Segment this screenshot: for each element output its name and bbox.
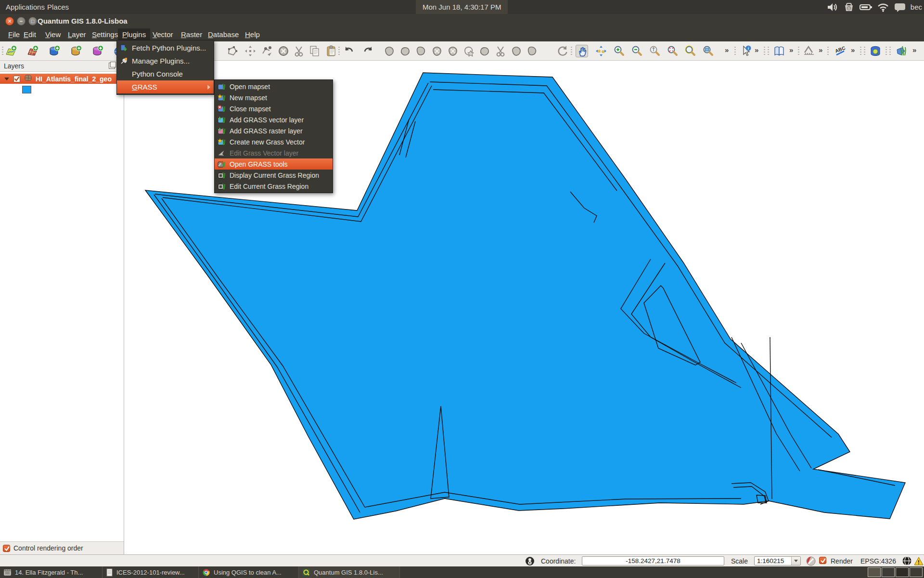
toolbar-grip[interactable] [2, 47, 3, 55]
panel-restore-icon[interactable] [109, 63, 115, 69]
copy-features-icon[interactable] [308, 45, 321, 57]
taskbar-window-3[interactable]: Using QGIS to clean A... [199, 566, 299, 578]
toolbar-grip[interactable] [864, 47, 865, 55]
close-button[interactable]: ✕ [5, 17, 14, 26]
delete-selected-icon[interactable] [277, 45, 290, 57]
zoom-in-icon[interactable] [613, 45, 626, 57]
zoom-out-icon[interactable] [631, 45, 643, 57]
identify-features-icon[interactable]: i [740, 45, 752, 57]
toolbar-grip[interactable] [338, 47, 340, 55]
plugins-menu-item-manage-plugins[interactable]: Manage Plugins... [117, 54, 214, 67]
grass-menu-item-create-new-grass-vector[interactable]: Create new Grass Vector [215, 136, 333, 147]
menu-settings[interactable]: Settings [88, 28, 122, 41]
delete-part-icon[interactable] [447, 45, 459, 57]
grass-menu-item-display-current-grass-region[interactable]: Display Current Grass Region [215, 170, 333, 181]
layer-visibility-checkbox[interactable] [13, 76, 20, 82]
taskbar-window-1[interactable]: 14. Ella Fitzgerald - Th... [0, 566, 103, 578]
toolbar-grip[interactable] [860, 47, 861, 55]
menu-database[interactable]: Database [204, 28, 243, 41]
menu-plugins[interactable]: Plugins [118, 28, 150, 41]
wifi-icon[interactable] [877, 2, 889, 13]
menu-edit[interactable]: Edit [19, 28, 40, 41]
workspace-1[interactable] [868, 567, 881, 577]
log-warning-icon[interactable] [914, 555, 924, 567]
paste-features-icon[interactable] [325, 45, 338, 57]
add-mssql-layer-icon[interactable] [91, 45, 104, 57]
stop-render-icon[interactable] [806, 555, 816, 567]
control-rendering-order-checkbox[interactable] [3, 545, 10, 552]
reshape-features-icon[interactable] [462, 45, 475, 57]
layer-name[interactable]: HI_Atlantis_final_2_geo [36, 75, 112, 83]
workspace-switcher[interactable] [868, 567, 923, 577]
workspace-4[interactable] [910, 567, 923, 577]
grass-menu-item-close-mapset[interactable]: Close mapset [215, 103, 333, 114]
toolbar-overflow-chevron[interactable]: » [851, 46, 855, 54]
crs-status-icon[interactable] [902, 555, 912, 567]
measure-line-icon[interactable] [803, 45, 815, 57]
pan-map-icon[interactable] [576, 45, 588, 57]
toolbar-grip[interactable] [764, 47, 765, 55]
toolbar-grip[interactable] [889, 47, 891, 55]
volume-icon[interactable] [826, 2, 839, 13]
split-features-icon[interactable] [494, 45, 507, 57]
add-postgis-layer-icon[interactable] [48, 45, 61, 57]
places-menu[interactable]: Places [41, 0, 75, 14]
add-part-icon[interactable] [415, 45, 427, 57]
delete-ring-icon[interactable] [431, 45, 443, 57]
move-feature-icon[interactable] [244, 45, 257, 57]
plugins-menu-item-fetch-python-plugins[interactable]: Fetch Python Plugins... [117, 41, 214, 54]
add-ring-icon[interactable] [399, 45, 411, 57]
plugins-menu-item-grass[interactable]: GRASS [117, 80, 214, 93]
redo-icon[interactable] [362, 45, 374, 57]
menu-view[interactable]: View [41, 28, 65, 41]
menu-help[interactable]: Help [241, 28, 264, 41]
toolbar-grip[interactable] [734, 47, 736, 55]
toolbar-overflow-chevron[interactable]: » [912, 46, 916, 54]
workspace-3[interactable] [896, 567, 909, 577]
extent-icon[interactable] [525, 555, 535, 567]
undo-icon[interactable] [343, 45, 355, 57]
grass-menu-item-new-mapset[interactable]: New mapset [215, 92, 333, 103]
add-vector-layer-icon[interactable] [5, 45, 17, 57]
toolbar-grip[interactable] [886, 47, 887, 55]
grass-toolbar-icon[interactable] [895, 45, 908, 57]
merge-attributes-icon[interactable] [526, 45, 539, 57]
toolbar-overflow-chevron[interactable]: » [755, 46, 758, 54]
taskbar-window-4[interactable]: Quantum GIS 1.8.0-Lis... [299, 566, 400, 578]
offset-curve-icon[interactable] [478, 45, 491, 57]
expand-arrow-icon[interactable] [4, 78, 9, 80]
add-raster-layer-icon[interactable] [26, 45, 39, 57]
toolbar-grip[interactable] [768, 47, 769, 55]
coordinate-input[interactable]: -158.2427,21.7478 [582, 556, 724, 565]
rotate-point-symbols-icon[interactable] [556, 45, 569, 57]
maximize-button[interactable]: □ [28, 17, 37, 26]
layer-row[interactable]: HI_Atlantis_final_2_geo [0, 74, 124, 84]
layer-symbol-swatch[interactable] [22, 86, 31, 93]
zoom-last-icon[interactable] [702, 45, 715, 57]
merge-features-icon[interactable] [510, 45, 523, 57]
taskbar-window-2[interactable]: ICES-2012-101-review... [103, 566, 199, 578]
window-titlebar[interactable]: ✕ − □ Quantum GIS 1.8.0-Lisboa [0, 14, 924, 28]
grass-menu-item-add-grass-vector-layer[interactable]: Add GRASS vector layer [215, 114, 333, 125]
cut-features-icon[interactable] [293, 45, 305, 57]
toolbar-grip[interactable] [798, 47, 799, 55]
labeling-icon[interactable]: ABC [834, 45, 847, 57]
minimize-button[interactable]: − [17, 17, 26, 26]
toolbar-grip[interactable] [827, 47, 829, 55]
grass-menu-item-add-grass-raster-layer[interactable]: Add GRASS raster layer [215, 125, 333, 136]
skype-icon[interactable]: S [843, 2, 855, 13]
toolbar-grip[interactable] [571, 47, 572, 55]
toolbar-overflow-chevron[interactable]: » [725, 46, 729, 54]
simplify-feature-icon[interactable] [383, 45, 396, 57]
plugins-menu-item-python-console[interactable]: Python Console [117, 67, 214, 80]
battery-icon[interactable] [859, 2, 873, 13]
username-label[interactable]: bec [911, 3, 922, 11]
chat-icon[interactable] [894, 2, 906, 13]
open-attribute-table-icon[interactable] [773, 45, 785, 57]
zoom-native-icon[interactable] [649, 45, 661, 57]
pan-to-selection-icon[interactable] [595, 45, 607, 57]
menu-raster[interactable]: Raster [177, 28, 206, 41]
zoom-to-layer-icon[interactable] [684, 45, 697, 57]
add-spatialite-layer-icon[interactable] [70, 45, 82, 57]
db-manager-icon[interactable] [869, 45, 882, 57]
